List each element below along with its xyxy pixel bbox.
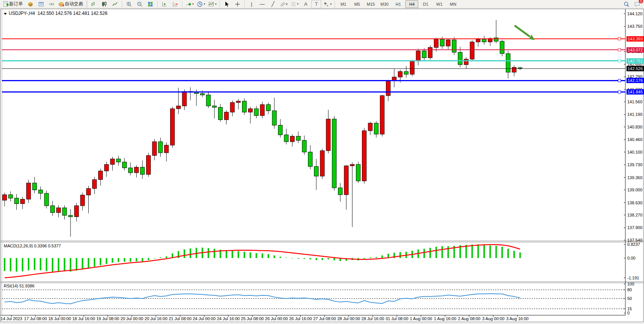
candlestick[interactable] bbox=[500, 40, 504, 56]
symbol-dropdown-icon[interactable] bbox=[4, 13, 7, 15]
candlestick[interactable] bbox=[254, 106, 258, 118]
candlestick[interactable] bbox=[242, 98, 247, 115]
annotation-arrow[interactable] bbox=[515, 26, 530, 37]
candlestick[interactable] bbox=[164, 143, 169, 162]
candlestick[interactable] bbox=[326, 110, 330, 154]
candle-body bbox=[452, 40, 456, 52]
candlestick[interactable] bbox=[14, 194, 19, 210]
candlestick[interactable] bbox=[308, 145, 312, 169]
candlestick[interactable] bbox=[284, 129, 289, 145]
candle-body bbox=[32, 183, 37, 190]
candlestick[interactable] bbox=[236, 99, 241, 109]
candlestick[interactable] bbox=[362, 128, 367, 184]
candlestick[interactable] bbox=[140, 160, 145, 179]
candlestick[interactable] bbox=[332, 116, 336, 191]
candlestick[interactable] bbox=[506, 51, 510, 78]
candle-body bbox=[27, 183, 31, 199]
candlestick[interactable] bbox=[416, 49, 420, 65]
candlestick[interactable] bbox=[350, 162, 354, 227]
candlestick[interactable] bbox=[476, 38, 480, 47]
candlestick[interactable] bbox=[188, 87, 193, 100]
candlestick[interactable] bbox=[21, 197, 25, 209]
candlestick[interactable] bbox=[38, 186, 43, 199]
candle-body bbox=[14, 198, 19, 204]
candlestick[interactable] bbox=[212, 100, 217, 119]
candlestick[interactable] bbox=[51, 201, 55, 216]
candle-body bbox=[75, 206, 79, 217]
candlestick[interactable] bbox=[494, 20, 498, 43]
candlestick[interactable] bbox=[302, 136, 306, 155]
candlestick[interactable] bbox=[464, 57, 468, 69]
candlestick[interactable] bbox=[27, 180, 31, 203]
candle-body bbox=[182, 91, 187, 106]
candlestick[interactable] bbox=[206, 91, 210, 108]
candlestick[interactable] bbox=[92, 177, 97, 194]
candle-body bbox=[80, 195, 84, 206]
candlestick[interactable] bbox=[69, 209, 73, 237]
candle-body bbox=[158, 142, 163, 153]
line-handle[interactable] bbox=[618, 79, 621, 82]
candlestick[interactable] bbox=[344, 165, 348, 210]
candlestick[interactable] bbox=[32, 177, 37, 193]
candlestick[interactable] bbox=[446, 38, 450, 50]
candle-body bbox=[368, 123, 372, 131]
candlestick[interactable] bbox=[296, 132, 300, 143]
candlestick[interactable] bbox=[314, 159, 319, 190]
candlestick[interactable] bbox=[147, 153, 151, 177]
candlestick[interactable] bbox=[338, 183, 343, 202]
candlestick[interactable] bbox=[320, 149, 324, 179]
candlestick[interactable] bbox=[290, 134, 295, 146]
candlestick[interactable] bbox=[278, 119, 282, 138]
candlestick[interactable] bbox=[45, 191, 49, 209]
candlestick[interactable] bbox=[230, 100, 234, 116]
candlestick[interactable] bbox=[374, 121, 378, 138]
candlestick[interactable] bbox=[392, 69, 396, 87]
candlestick[interactable] bbox=[368, 122, 372, 135]
candlestick[interactable] bbox=[380, 95, 384, 136]
line-handle[interactable] bbox=[618, 59, 621, 62]
candlestick[interactable] bbox=[171, 107, 175, 148]
line-handle[interactable] bbox=[618, 48, 621, 51]
candle-body bbox=[314, 167, 319, 176]
candle-body bbox=[302, 140, 306, 152]
candlestick[interactable] bbox=[452, 37, 456, 55]
candle-body bbox=[422, 51, 426, 58]
candlestick[interactable] bbox=[266, 103, 271, 114]
candlestick[interactable] bbox=[116, 156, 121, 166]
candlestick[interactable] bbox=[512, 65, 516, 76]
candlestick[interactable] bbox=[218, 104, 223, 122]
candle-body bbox=[176, 106, 180, 109]
line-handle[interactable] bbox=[618, 37, 621, 40]
candle-body bbox=[380, 96, 384, 134]
candlestick[interactable] bbox=[482, 36, 486, 45]
candlestick[interactable] bbox=[404, 66, 408, 78]
line-handle[interactable] bbox=[618, 91, 621, 93]
candlestick[interactable] bbox=[134, 165, 139, 177]
candlestick[interactable] bbox=[86, 186, 91, 213]
candlestick[interactable] bbox=[123, 158, 127, 170]
candlestick[interactable] bbox=[158, 138, 163, 157]
candlestick[interactable] bbox=[410, 60, 414, 76]
candlestick[interactable] bbox=[80, 192, 84, 210]
candlestick[interactable] bbox=[8, 191, 13, 202]
candlestick[interactable] bbox=[75, 203, 79, 221]
candlestick[interactable] bbox=[272, 98, 276, 128]
candlestick[interactable] bbox=[386, 80, 391, 101]
candlestick[interactable] bbox=[224, 110, 228, 125]
candlestick[interactable] bbox=[428, 45, 432, 60]
candlestick[interactable] bbox=[56, 205, 61, 217]
candlestick[interactable] bbox=[62, 205, 67, 220]
chart-canvas[interactable] bbox=[0, 0, 644, 324]
candlestick[interactable] bbox=[260, 102, 265, 118]
candlestick[interactable] bbox=[110, 157, 115, 171]
candlestick[interactable] bbox=[3, 192, 7, 206]
candlestick[interactable] bbox=[104, 162, 108, 177]
candlestick[interactable] bbox=[470, 40, 474, 61]
candlestick[interactable] bbox=[356, 162, 360, 183]
candlestick[interactable] bbox=[248, 107, 252, 124]
candlestick[interactable] bbox=[152, 139, 156, 160]
candle-body bbox=[404, 72, 408, 74]
candlestick[interactable] bbox=[128, 162, 132, 175]
candlestick-series[interactable] bbox=[3, 20, 523, 237]
candlestick[interactable] bbox=[99, 168, 103, 186]
